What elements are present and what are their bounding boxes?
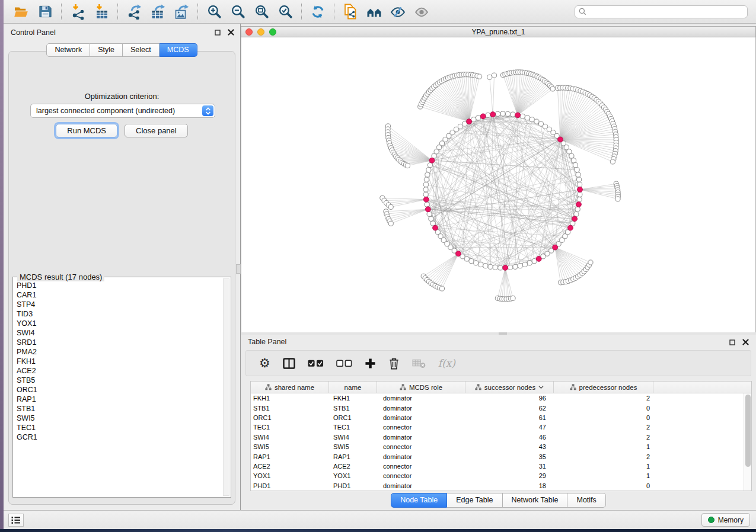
table-settings-button[interactable]: ⚙ bbox=[259, 357, 270, 369]
table-row[interactable]: STB1STB1dominator620 bbox=[251, 403, 751, 412]
deselect-all-button[interactable] bbox=[336, 360, 352, 367]
import-table-button[interactable] bbox=[90, 2, 113, 22]
table-row[interactable]: SWI4SWI4dominator462 bbox=[251, 432, 751, 442]
column-type-icon bbox=[400, 384, 406, 390]
refresh-button[interactable] bbox=[306, 2, 330, 22]
search-box[interactable] bbox=[575, 5, 748, 18]
table-row[interactable]: ACE2ACE2connector311 bbox=[251, 462, 751, 471]
column-header-name[interactable]: name bbox=[329, 382, 377, 393]
mcds-result-item[interactable]: PHD1 bbox=[17, 281, 222, 290]
network-canvas[interactable] bbox=[241, 37, 756, 332]
column-header-MCDS-role[interactable]: MCDS role bbox=[377, 382, 465, 393]
float-table-panel-button[interactable] bbox=[729, 339, 735, 345]
graph-leaf-node bbox=[550, 86, 555, 91]
cell: 1 bbox=[554, 443, 653, 450]
zoom-fit-button[interactable] bbox=[250, 2, 273, 22]
deselect-all-icon bbox=[336, 360, 352, 367]
save-session-button[interactable] bbox=[33, 2, 57, 22]
table-row[interactable]: TEC1TEC1connector472 bbox=[251, 422, 751, 432]
network-titlebar[interactable]: YPA_prune.txt_1 bbox=[241, 26, 756, 37]
cell: 46 bbox=[465, 434, 554, 441]
export-table-button[interactable] bbox=[146, 2, 170, 22]
toolbar-separator bbox=[334, 4, 334, 20]
tab-style[interactable]: Style bbox=[90, 43, 123, 57]
first-neighbors-button[interactable] bbox=[362, 2, 386, 22]
zoom-selected-button[interactable] bbox=[273, 2, 297, 22]
cell: PHD1 bbox=[329, 482, 377, 489]
export-image-button[interactable] bbox=[170, 2, 193, 22]
tab-motifs[interactable]: Motifs bbox=[567, 493, 605, 508]
graph-node bbox=[577, 197, 582, 202]
export-network-button[interactable] bbox=[122, 2, 146, 22]
hide-selected-button[interactable] bbox=[386, 2, 410, 22]
table-row[interactable]: YOX1YOX1connector291 bbox=[251, 471, 751, 480]
graph-hub-node bbox=[568, 225, 573, 230]
close-panel-button-mcds[interactable]: Close panel bbox=[125, 124, 188, 137]
mcds-result-item[interactable]: FKH1 bbox=[17, 357, 222, 366]
show-all-button[interactable] bbox=[410, 2, 433, 22]
table-row[interactable]: FKH1FKH1dominator962 bbox=[251, 393, 751, 403]
tab-edge-table[interactable]: Edge Table bbox=[447, 493, 502, 508]
column-header-successor-nodes[interactable]: successor nodes bbox=[465, 382, 554, 393]
table-row[interactable]: PHD1PHD1dominator180 bbox=[251, 481, 751, 491]
table-row[interactable]: SWI5SWI5connector431 bbox=[251, 442, 751, 451]
graph-hub-node bbox=[503, 265, 508, 271]
cell: 1 bbox=[554, 472, 653, 479]
graph-nodes[interactable] bbox=[380, 70, 621, 302]
import-network-button[interactable] bbox=[66, 2, 90, 22]
float-panel-button[interactable] bbox=[215, 30, 221, 36]
network-view: YPA_prune.txt_1 bbox=[241, 24, 756, 332]
task-history-button[interactable] bbox=[8, 514, 24, 527]
table-row[interactable]: ORC1ORC1dominator610 bbox=[251, 413, 751, 422]
tab-select[interactable]: Select bbox=[123, 43, 160, 57]
mcds-result-item[interactable]: STB5 bbox=[17, 376, 222, 385]
table-row[interactable]: RAP1RAP1dominator352 bbox=[251, 451, 751, 461]
tab-network-table[interactable]: Network Table bbox=[503, 493, 568, 508]
select-all-button[interactable] bbox=[308, 360, 324, 367]
mcds-result-item[interactable]: PMA2 bbox=[17, 347, 222, 357]
add-column-button[interactable] bbox=[365, 358, 376, 369]
fx-icon: f(x) bbox=[438, 357, 455, 369]
mcds-result-item[interactable]: STP4 bbox=[17, 300, 222, 309]
graph-node bbox=[511, 112, 515, 117]
open-session-button[interactable] bbox=[9, 2, 33, 22]
search-input[interactable] bbox=[586, 8, 744, 16]
tab-network[interactable]: Network bbox=[46, 43, 90, 57]
run-mcds-button[interactable]: Run MCDS bbox=[56, 124, 117, 137]
zoom-out-icon bbox=[231, 4, 245, 19]
memory-button[interactable]: Memory bbox=[701, 513, 750, 527]
mcds-result-item[interactable]: TID3 bbox=[17, 309, 222, 319]
table-scrollbar[interactable] bbox=[744, 393, 751, 491]
zoom-in-button[interactable] bbox=[202, 2, 226, 22]
column-header-shared-name[interactable]: shared name bbox=[251, 382, 329, 393]
close-panel-button[interactable] bbox=[228, 29, 234, 36]
mcds-result-item[interactable]: ORC1 bbox=[17, 385, 222, 395]
cell: connector bbox=[377, 443, 465, 450]
graph-node bbox=[426, 168, 431, 172]
show-column-panel-button[interactable] bbox=[283, 358, 295, 369]
zoom-in-icon bbox=[207, 4, 222, 19]
mcds-result-item[interactable]: SWI4 bbox=[17, 328, 222, 338]
mcds-list-scrollbar[interactable] bbox=[223, 278, 229, 496]
mcds-result-item[interactable]: GCR1 bbox=[17, 432, 222, 442]
tab-node-table[interactable]: Node Table bbox=[391, 493, 447, 508]
mcds-result-item[interactable]: ACE2 bbox=[17, 366, 222, 376]
mcds-result-item[interactable]: STB1 bbox=[17, 404, 222, 414]
mcds-result-item[interactable]: SRD1 bbox=[17, 338, 222, 347]
clone-network-button[interactable] bbox=[339, 2, 362, 22]
network-graph[interactable] bbox=[241, 37, 755, 332]
mcds-result-item[interactable]: YOX1 bbox=[17, 319, 222, 328]
tab-mcds[interactable]: MCDS bbox=[160, 43, 197, 57]
table-scrollbar-thumb[interactable] bbox=[745, 395, 751, 467]
mcds-result-item[interactable]: CAR1 bbox=[17, 290, 222, 300]
graph-node bbox=[578, 192, 582, 197]
mcds-result-item[interactable]: SWI5 bbox=[17, 414, 222, 423]
criterion-dropdown[interactable]: largest connected component (undirected) bbox=[30, 104, 215, 118]
zoom-out-button[interactable] bbox=[226, 2, 250, 22]
mcds-result-item[interactable]: TEC1 bbox=[17, 423, 222, 432]
close-table-panel-button[interactable] bbox=[742, 339, 749, 345]
delete-column-button[interactable] bbox=[388, 357, 400, 370]
vertical-splitter-handle[interactable] bbox=[236, 264, 241, 274]
mcds-result-item[interactable]: RAP1 bbox=[17, 395, 222, 404]
column-header-predecessor-nodes[interactable]: predecessor nodes bbox=[554, 382, 653, 393]
